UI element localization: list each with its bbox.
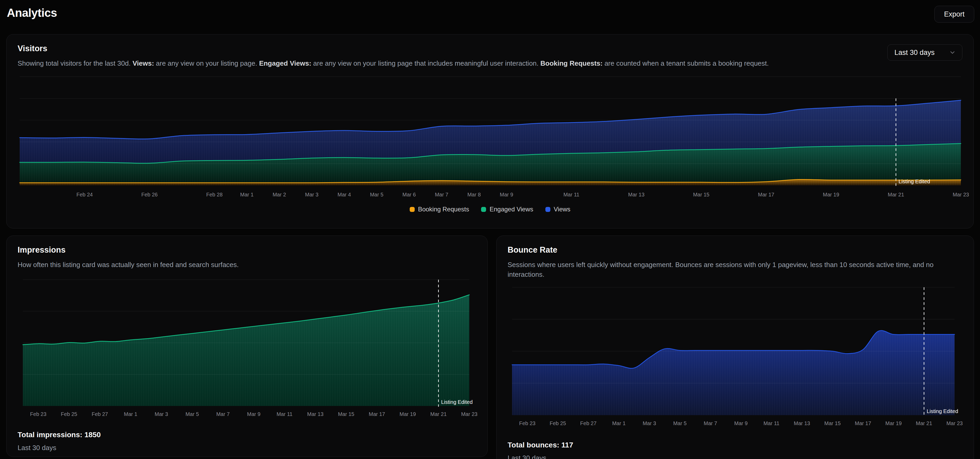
impressions-card: Impressions How often this listing card … [6,236,488,457]
visitors-description: Showing total visitors for the last 30d.… [18,59,874,68]
x-tick: Mar 5 [186,411,199,417]
bounce-x-axis: Feb 23Feb 25Feb 27Mar 1Mar 3Mar 5Mar 7Ma… [512,421,955,428]
x-tick: Mar 1 [240,192,253,198]
x-tick: Mar 9 [734,421,748,426]
visitors-card: Visitors Showing total visitors for the … [6,34,974,228]
impressions-description: How often this listing card was actually… [18,260,472,270]
impressions-x-axis: Feb 23Feb 25Feb 27Mar 1Mar 3Mar 5Mar 7Ma… [23,411,469,419]
impressions-chart[interactable]: Listing Edited [23,280,469,408]
x-tick: Mar 13 [628,192,644,198]
legend-swatch-icon [410,207,415,212]
x-tick: Mar 17 [758,192,774,198]
x-tick: Mar 3 [154,411,168,417]
bounce-rate-card: Bounce Rate Sessions where users left qu… [496,236,974,459]
x-tick: Mar 19 [823,192,839,198]
x-tick: Mar 5 [370,192,383,198]
x-tick: Mar 1 [612,421,625,426]
x-tick: Feb 23 [519,421,535,426]
x-tick: Mar 7 [435,192,448,198]
legend-item: Booking Requests [410,206,469,213]
x-tick: Feb 26 [141,192,158,198]
x-tick: Mar 21 [916,421,932,426]
x-tick: Mar 4 [337,192,351,198]
x-tick: Mar 11 [764,421,780,426]
x-tick: Mar 11 [563,192,579,198]
x-tick: Mar 19 [399,411,416,417]
date-range-select[interactable]: Last 30 days [887,45,963,61]
x-tick: Mar 19 [885,421,902,426]
chevron-down-icon [949,49,956,56]
visitors-legend: Booking RequestsEngaged ViewsViews [6,206,974,213]
visitors-x-axis: Feb 24Feb 26Feb 28Mar 1Mar 2Mar 3Mar 4Ma… [20,192,961,199]
x-tick: Feb 25 [550,421,566,426]
legend-swatch-icon [546,207,550,212]
legend-label: Engaged Views [490,206,533,213]
x-tick: Mar 17 [855,421,871,426]
x-tick: Mar 23 [947,421,963,426]
impressions-title: Impressions [18,245,65,255]
visitors-chart[interactable]: Listing Edited [20,76,961,187]
impressions-total: Total impressions: 1850 [18,430,101,439]
export-button[interactable]: Export [934,6,974,22]
impressions-totals: Total impressions: 1850 Last 30 days [18,430,101,452]
visitors-title: Visitors [18,44,47,53]
bounce-rate-description: Sessions where users left quickly withou… [508,260,958,279]
x-tick: Mar 15 [338,411,354,417]
x-tick: Mar 7 [704,421,717,426]
legend-item: Views [546,206,571,213]
legend-label: Booking Requests [418,206,469,213]
bounce-chart[interactable]: Listing Edited [512,287,955,417]
x-tick: Mar 23 [461,411,477,417]
x-tick: Mar 15 [824,421,841,426]
x-tick: Mar 7 [216,411,230,417]
listing-edited-label: Listing Edited [441,399,473,405]
x-tick: Feb 28 [206,192,223,198]
listing-edited-label: Listing Edited [899,178,930,184]
x-tick: Feb 23 [30,411,46,417]
legend-swatch-icon [481,207,486,212]
analytics-page: Analytics Export Visitors Showing total … [0,0,980,459]
legend-item: Engaged Views [481,206,533,213]
x-tick: Mar 5 [673,421,687,426]
x-tick: Feb 27 [92,411,108,417]
x-tick: Mar 6 [402,192,416,198]
x-tick: Mar 21 [888,192,904,198]
impressions-range: Last 30 days [18,444,101,452]
date-range-value: Last 30 days [894,49,935,57]
x-tick: Mar 15 [693,192,710,198]
legend-label: Views [554,206,571,213]
x-tick: Mar 3 [305,192,318,198]
x-tick: Feb 25 [61,411,77,417]
listing-edited-label: Listing Edited [927,408,958,414]
x-tick: Mar 11 [277,411,293,417]
bounce-range: Last 30 days [508,454,573,459]
bounce-total: Total bounces: 117 [508,441,573,449]
x-tick: Mar 8 [468,192,481,198]
x-tick: Mar 2 [273,192,286,198]
x-tick: Mar 9 [500,192,513,198]
x-tick: Feb 27 [580,421,597,426]
x-tick: Mar 13 [307,411,323,417]
x-tick: Mar 3 [643,421,656,426]
bounce-totals: Total bounces: 117 Last 30 days [508,441,573,459]
page-title: Analytics [7,6,57,19]
x-tick: Mar 17 [369,411,385,417]
x-tick: Mar 1 [124,411,137,417]
x-tick: Mar 9 [247,411,260,417]
bounce-rate-title: Bounce Rate [508,245,557,255]
x-tick: Mar 13 [794,421,810,426]
x-tick: Feb 24 [76,192,93,198]
x-tick: Mar 21 [430,411,447,417]
x-tick: Mar 23 [953,192,969,198]
